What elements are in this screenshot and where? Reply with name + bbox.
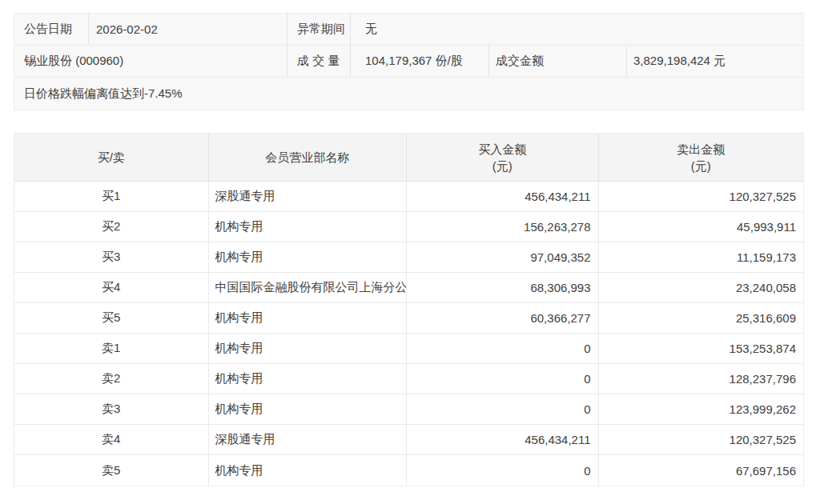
broker-cell: 机构专用 [209,334,408,363]
col-header-buy-amount: 买入金额 (元) [407,134,599,181]
side-cell: 卖3 [14,394,209,424]
broker-cell: 机构专用 [209,455,408,486]
sell-amount-cell: 128,237,796 [599,364,803,394]
buy-amount-cell: 456,434,211 [407,182,599,211]
announce-date-label: 公告日期 [14,14,89,45]
table-row: 卖5 机构专用 0 67,697,156 [14,455,803,486]
buy-amount-cell: 97,049,352 [407,242,599,272]
info-row-volume: 锡业股份 (000960) 成 交 量 104,179,367 份/股 成交金额… [14,46,803,78]
sell-amount-cell: 45,993,911 [599,212,803,242]
side-cell: 卖4 [14,425,209,454]
buy-amount-cell: 0 [407,455,599,486]
side-cell: 卖5 [14,455,209,486]
broker-cell: 深股通专用 [209,182,408,211]
page: 公告日期 2026-02-02 异常期间 无 锡业股份 (000960) 成 交… [0,0,816,504]
deviation-note: 日价格跌幅偏离值达到-7.45% [14,78,803,110]
broker-table: 买/卖 会员营业部名称 买入金额 (元) 卖出金额 (元) 买1 深股通专用 4… [14,133,804,486]
side-cell: 买5 [14,303,209,333]
table-row: 买1 深股通专用 456,434,211 120,327,525 [14,182,803,212]
buy-amount-title: 买入金额 [478,141,526,158]
buy-amount-cell: 0 [407,364,599,394]
sell-amount-title: 卖出金额 [677,141,725,158]
sell-amount-unit: (元) [691,158,711,174]
broker-cell: 机构专用 [209,212,408,242]
table-row: 卖1 机构专用 0 153,253,874 [14,334,803,364]
side-cell: 买2 [14,212,209,242]
buy-amount-cell: 156,263,278 [407,212,599,242]
table-row: 买4 中国国际金融股份有限公司上海分公司 68,306,993 23,240,0… [14,273,803,303]
turnover-label: 成交金额 [489,46,627,77]
side-cell: 买3 [14,242,209,272]
broker-cell: 机构专用 [209,394,408,424]
sell-amount-cell: 25,316,609 [599,303,803,333]
broker-cell: 机构专用 [209,364,408,394]
sell-amount-cell: 11,159,173 [599,242,803,272]
sell-amount-cell: 67,697,156 [599,455,803,486]
col-header-side: 买/卖 [14,134,209,181]
table-row: 卖4 深股通专用 456,434,211 120,327,525 [14,425,803,455]
side-cell: 买1 [14,182,209,211]
info-row-deviation: 日价格跌幅偏离值达到-7.45% [14,78,803,110]
buy-amount-cell: 0 [407,334,599,363]
table-header-row: 买/卖 会员营业部名称 买入金额 (元) 卖出金额 (元) [14,134,803,182]
announce-date-value: 2026-02-02 [89,14,287,45]
side-cell: 卖1 [14,334,209,363]
side-cell: 买4 [14,273,209,302]
sell-amount-cell: 153,253,874 [599,334,803,363]
info-row-announce: 公告日期 2026-02-02 异常期间 无 [14,14,803,46]
buy-amount-cell: 68,306,993 [407,273,599,302]
table-row: 卖2 机构专用 0 128,237,796 [14,364,803,394]
col-header-sell-amount: 卖出金额 (元) [599,134,803,181]
abnormal-period-value: 无 [351,14,803,45]
buy-amount-unit: (元) [492,158,513,174]
broker-cell: 深股通专用 [209,425,408,454]
sell-amount-cell: 23,240,058 [599,273,803,302]
turnover-value: 3,829,198,424 元 [627,46,803,77]
sell-amount-cell: 123,999,262 [599,394,803,424]
broker-cell: 机构专用 [209,303,408,333]
info-panel: 公告日期 2026-02-02 异常期间 无 锡业股份 (000960) 成 交… [14,13,804,110]
abnormal-period-label: 异常期间 [287,14,351,45]
sell-amount-cell: 120,327,525 [599,425,803,454]
table-row: 买3 机构专用 97,049,352 11,159,173 [14,242,803,273]
table-row: 买2 机构专用 156,263,278 45,993,911 [14,212,803,242]
table-row: 买5 机构专用 60,366,277 25,316,609 [14,303,803,334]
broker-cell: 中国国际金融股份有限公司上海分公司 [209,273,408,302]
buy-amount-cell: 60,366,277 [407,303,599,333]
broker-cell: 机构专用 [209,242,408,272]
table-row: 卖3 机构专用 0 123,999,262 [14,394,803,425]
sell-amount-cell: 120,327,525 [599,182,803,211]
buy-amount-cell: 0 [407,394,599,424]
buy-amount-cell: 456,434,211 [407,425,599,454]
stock-name: 锡业股份 (000960) [14,46,287,77]
col-header-broker: 会员营业部名称 [209,134,408,181]
side-cell: 卖2 [14,364,209,394]
volume-label: 成 交 量 [287,46,351,77]
volume-value: 104,179,367 份/股 [351,46,489,77]
